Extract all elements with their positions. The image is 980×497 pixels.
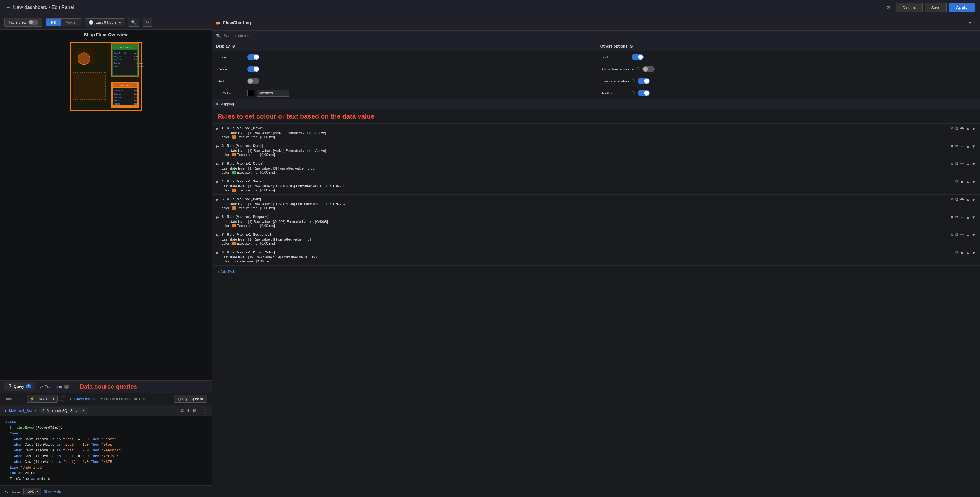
rule-delete-button[interactable]: ✕ [950,179,954,184]
enable-animation-info-icon[interactable]: ⓘ [632,79,635,84]
rule-expand-icon[interactable]: ▶ [216,215,219,219]
rule-delete-button[interactable]: ✕ [950,197,954,202]
rule-up-button[interactable]: ▲ [966,126,970,131]
fill-button[interactable]: Fill [46,19,60,26]
query-copy-button[interactable]: ⧉ [181,408,184,413]
transform-tab[interactable]: ⇄ Transform 0 [36,382,73,391]
bgcolor-input[interactable] [257,90,290,97]
rule-down-button[interactable]: ▼ [972,197,976,202]
rule-delete-button[interactable]: ✕ [950,144,954,149]
rule-copy-button[interactable]: ⧉ [955,250,958,255]
allow-drawio-toggle[interactable] [643,66,654,72]
rule-delete-button[interactable]: ✕ [950,126,954,131]
rule-expand-icon[interactable]: ▶ [216,144,219,148]
grid-toggle[interactable] [247,78,259,84]
format-select[interactable]: Table ▾ [23,488,41,495]
rule-up-button[interactable]: ▲ [966,179,970,184]
rule-visibility-button[interactable]: 👁 [960,126,964,131]
rule-name: 4 : Rule [Makino1_Serial] [222,179,948,183]
rule-up-button[interactable]: ▲ [966,233,970,237]
rule-detail-line2: color : Execute time : [0.00 ms] [222,152,948,157]
time-range-picker[interactable]: 🕐 Last 6 hours ▾ [85,18,125,27]
save-button[interactable]: Save [925,3,947,12]
lock-toggle[interactable] [632,54,644,60]
rule-up-button[interactable]: ▲ [966,144,970,149]
query-delete-button[interactable]: 🗑 [192,408,197,413]
rule-copy-button[interactable]: ⧉ [955,144,958,149]
rule-expand-icon[interactable]: ▶ [216,251,219,255]
rule-visibility-button[interactable]: 👁 [960,233,964,237]
rule-down-button[interactable]: ▼ [972,179,976,184]
actual-button[interactable]: Actual [60,19,81,26]
apply-button[interactable]: Apply [949,3,975,12]
center-toggle[interactable] [247,66,259,72]
rule-expand-icon[interactable]: ▶ [216,197,219,202]
rule-delete-button[interactable]: ✕ [950,161,954,166]
rule-color-dot [232,135,235,139]
rule-expand-icon[interactable]: ▶ [216,162,219,166]
bgcolor-swatch[interactable] [247,90,254,97]
rule-down-button[interactable]: ▼ [972,126,976,131]
table-view-toggle[interactable] [29,20,38,25]
rule-copy-button[interactable]: ⧉ [955,214,958,219]
back-button[interactable]: ← New dashboard / Edit Panel [5,5,74,10]
show-help-button[interactable]: Show Help › [44,489,64,494]
others-section-header[interactable]: Others options ⊙ [596,41,980,51]
rule-expand-icon[interactable]: ▶ [216,180,219,184]
query-tab[interactable]: 🗄 Query 8 [4,382,35,391]
rule-copy-button[interactable]: ⧉ [955,126,958,131]
database-select[interactable]: 🗄 Microsoft SQL Server ▾ [38,407,87,414]
discard-button[interactable]: Discard [896,3,923,12]
scale-toggle[interactable] [247,54,259,60]
rule-copy-button[interactable]: ⧉ [955,161,958,166]
rule-delete-button[interactable]: ✕ [950,250,954,255]
table-view-button[interactable]: Table view [4,18,42,27]
rule-down-button[interactable]: ▼ [972,251,976,255]
rule-visibility-button[interactable]: 👁 [960,197,964,202]
rule-visibility-button[interactable]: 👁 [960,144,964,149]
rule-down-button[interactable]: ▼ [972,233,976,237]
rule-up-button[interactable]: ▲ [966,215,970,219]
rules-list: ▶ 1 : Rule [Makino1_Down] Last state lev… [212,124,980,266]
rule-visibility-button[interactable]: 👁 [960,215,964,219]
rule-up-button[interactable]: ▲ [966,251,970,255]
rule-visibility-button[interactable]: 👁 [960,251,964,255]
enable-animation-toggle[interactable] [638,78,650,84]
display-section-header[interactable]: Display ⊙ [212,41,596,51]
rule-down-button[interactable]: ▼ [972,215,976,219]
rule-visibility-button[interactable]: 👁 [960,179,964,184]
search-icon: 🔍 [216,33,221,38]
rule-delete-button[interactable]: ✕ [950,232,954,237]
rule-copy-button[interactable]: ⧉ [955,232,958,237]
rule-up-button[interactable]: ▲ [966,162,970,166]
rule-copy-button[interactable]: ⧉ [955,179,958,184]
sql-editor[interactable]: SELECT $__timeEpoch(RecordTime), Case Wh… [0,416,212,485]
datasource-select[interactable]: ⚡ – Mixed – ▾ [27,395,58,403]
rule-delete-button[interactable]: ✕ [950,214,954,219]
allow-drawio-info-icon[interactable]: ⓘ [636,67,640,71]
query-visibility-button[interactable]: 👁 [186,408,191,413]
query-options-link[interactable]: Query options [74,397,97,401]
rule-expand-icon[interactable]: ▶ [216,233,219,237]
panel-collapse-icon[interactable]: ▾ [969,20,971,26]
mapping-section-header[interactable]: ▾ Mapping [212,99,980,109]
query-inspector-button[interactable]: Query inspector [174,395,207,403]
add-rule-button[interactable]: + Add Rule [217,270,236,274]
datasource-info-icon[interactable]: i [61,396,67,402]
rule-up-button[interactable]: ▲ [966,197,970,202]
rule-down-button[interactable]: ▼ [972,162,976,166]
rule-down-button[interactable]: ▼ [972,144,976,149]
refresh-button[interactable]: ↻ [143,18,152,27]
rule-expand-icon[interactable]: ▶ [216,126,219,130]
rule-visibility-button[interactable]: 👁 [960,162,964,166]
query-drag-button[interactable]: ⋮⋮ [199,408,207,413]
tooltip-toggle[interactable] [638,90,650,96]
settings-icon[interactable]: ⚙ [886,4,891,11]
query-collapse-icon[interactable]: ▾ [4,408,6,413]
panel-expand-icon[interactable]: › [974,20,976,26]
tooltip-info-icon[interactable]: ⓘ [632,91,635,95]
search-input[interactable] [224,33,976,38]
rule-copy-button[interactable]: ⧉ [955,197,958,202]
zoom-out-button[interactable]: 🔍 [128,18,139,27]
rule-row: ▶ 6 : Rule [Makino1_Program] Last state … [212,213,980,230]
